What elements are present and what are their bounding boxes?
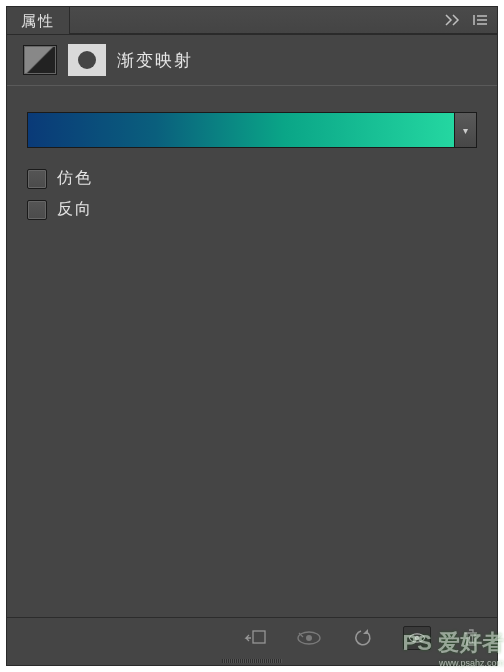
reverse-checkbox[interactable]: 反向 — [27, 199, 477, 220]
panel-titlebar: 属性 — [7, 7, 497, 35]
reverse-label: 反向 — [57, 199, 93, 220]
svg-point-4 — [415, 635, 420, 640]
checkbox-box — [27, 200, 47, 220]
dither-label: 仿色 — [57, 168, 93, 189]
panel-tab-background — [70, 7, 497, 34]
resize-grip[interactable] — [7, 657, 497, 665]
gradient-map-icon — [23, 45, 57, 75]
checkbox-group: 仿色 反向 — [27, 168, 477, 220]
view-previous-icon[interactable] — [295, 626, 323, 650]
collapse-icon[interactable] — [445, 14, 463, 26]
panel-menu-icon[interactable] — [473, 14, 489, 26]
chevron-down-icon: ▾ — [463, 125, 468, 136]
svg-rect-0 — [253, 631, 265, 643]
checkbox-box — [27, 169, 47, 189]
delete-icon[interactable] — [457, 626, 485, 650]
layer-mask-icon[interactable] — [69, 45, 105, 75]
clip-to-layer-icon[interactable] — [241, 626, 269, 650]
gradient-dropdown-button[interactable]: ▾ — [455, 112, 477, 148]
properties-panel: 属性 渐变映射 ▾ 仿色 — [6, 6, 498, 666]
adjustment-title: 渐变映射 — [117, 49, 193, 72]
panel-body: ▾ 仿色 反向 — [7, 86, 497, 617]
toggle-visibility-icon[interactable] — [403, 626, 431, 650]
svg-point-2 — [306, 635, 312, 641]
adjustment-header: 渐变映射 — [7, 35, 497, 85]
dither-checkbox[interactable]: 仿色 — [27, 168, 477, 189]
reset-icon[interactable] — [349, 626, 377, 650]
panel-tab-properties[interactable]: 属性 — [7, 7, 70, 34]
panel-footer — [7, 617, 497, 657]
gradient-preview[interactable] — [27, 112, 455, 148]
gradient-row: ▾ — [27, 112, 477, 148]
